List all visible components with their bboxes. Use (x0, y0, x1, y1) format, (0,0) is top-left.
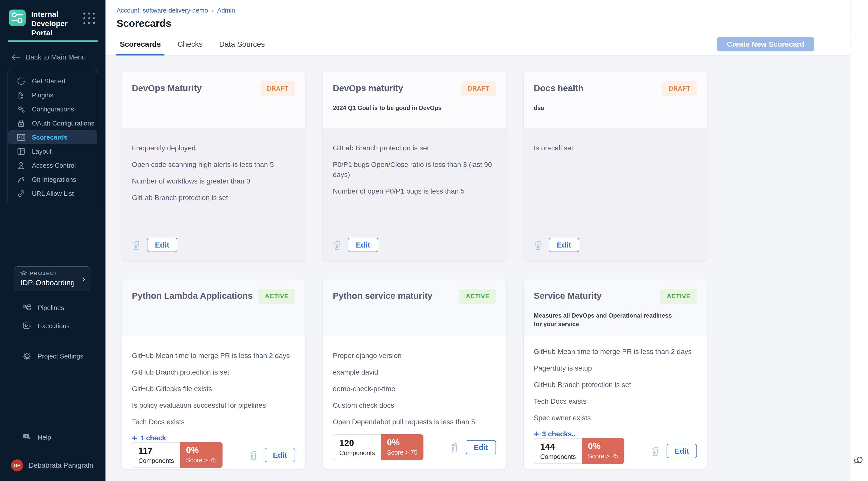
help-chat-icon: ? (21, 434, 33, 441)
sidebar-item-configurations[interactable]: Configurations (8, 102, 97, 116)
check-item: Custom check docs (333, 400, 496, 411)
sidebar-item-scorecards[interactable]: Scorecards (8, 130, 97, 145)
check-item: GitHub Branch protection is set (534, 380, 697, 390)
delete-scorecard-button[interactable] (249, 450, 258, 460)
avatar: DP (11, 459, 23, 472)
score-label: Score > 75 (588, 453, 619, 460)
svg-text:?: ? (25, 434, 27, 438)
status-badge: DRAFT (461, 81, 496, 96)
check-item: Proper django version (333, 351, 496, 361)
check-item: Spec owner exists (534, 413, 697, 423)
score-percent: 0% (387, 437, 418, 447)
components-label: Components (138, 457, 174, 464)
scorecard-icon (15, 134, 27, 141)
sidebar-item-help[interactable]: ? Help (7, 430, 98, 444)
tab-data-sources[interactable]: Data Sources (219, 33, 265, 56)
check-item: Number of open P0/P1 bugs is less than 5 (333, 186, 496, 196)
scorecard-stats: 144 Components 0% Score > 75 (534, 438, 624, 464)
check-item: Pagerduty is setup (534, 363, 697, 373)
scorecard-card-service-maturity: Service Maturity ACTIVE Measures all Dev… (524, 279, 707, 469)
sidebar-item-executions[interactable]: Executions (7, 319, 98, 333)
scorecard-card-docs-health: Docs health DRAFT dsa Is on-call set Edi… (524, 71, 707, 261)
edit-button[interactable]: Edit (265, 448, 295, 462)
sidebar-item-get-started[interactable]: Get Started (8, 74, 97, 88)
score-label: Score > 75 (186, 457, 217, 464)
project-selector[interactable]: PROJECT IDP-Onboarding › (14, 266, 90, 291)
check-item: GitHub Mean time to merge PR is less tha… (132, 351, 295, 361)
breadcrumb-account-link[interactable]: Account: software-delivery-demo (117, 7, 208, 14)
score-percent: 0% (588, 441, 619, 451)
tab-scorecards[interactable]: Scorecards (120, 33, 161, 56)
trash-icon (534, 240, 543, 250)
scorecard-stats: 117 Components 0% Score > 75 (132, 442, 222, 468)
person-icon (15, 161, 27, 169)
score-percent: 0% (186, 445, 217, 455)
more-checks-link[interactable]: + 1 check (132, 434, 295, 442)
check-item: demo-check-pr-time (333, 384, 496, 394)
edit-button[interactable]: Edit (147, 238, 177, 252)
create-new-scorecard-button[interactable]: Create New Scorecard (717, 37, 814, 52)
trash-icon (249, 450, 258, 460)
sidebar-item-git-integrations[interactable]: Git Integrations (8, 172, 97, 187)
breadcrumb-admin-link[interactable]: Admin (217, 7, 235, 14)
score-badge: 0% Score > 75 (582, 438, 625, 464)
score-badge: 0% Score > 75 (180, 442, 223, 468)
delete-scorecard-button[interactable] (534, 240, 543, 250)
delete-scorecard-button[interactable] (333, 240, 342, 250)
main-area: Account: software-delivery-demo › Admin … (105, 0, 868, 481)
edit-button[interactable]: Edit (348, 238, 378, 252)
sidebar-item-pipelines[interactable]: Pipelines (7, 301, 98, 315)
arrow-left-icon (11, 54, 20, 60)
user-name: Debabrata Panigrahi (29, 461, 93, 470)
tab-checks[interactable]: Checks (177, 33, 203, 56)
status-badge: ACTIVE (258, 289, 295, 304)
sidebar-item-oauth-configurations[interactable]: OAuth Configurations (8, 116, 97, 130)
back-to-main-menu[interactable]: Back to Main Menu (11, 53, 98, 61)
delete-scorecard-button[interactable] (651, 446, 660, 456)
delete-scorecard-button[interactable] (132, 240, 141, 250)
sidebar-item-plugins[interactable]: Plugins (8, 88, 97, 102)
page-title: Scorecards (117, 18, 850, 29)
components-count: 144 (540, 442, 576, 452)
status-badge: ACTIVE (660, 289, 697, 304)
scorecard-card-devops-maturity-2: DevOps maturity DRAFT 2024 Q1 Goal is to… (323, 71, 506, 261)
card-title: Service Maturity (534, 289, 601, 301)
edit-button[interactable]: Edit (549, 238, 579, 252)
card-description: dsa (534, 104, 684, 112)
sidebar-item-project-settings[interactable]: Project Settings (7, 349, 98, 363)
score-badge: 0% Score > 75 (381, 434, 424, 460)
logo-row: Internal Developer Portal (0, 0, 105, 37)
plus-icon: + (534, 430, 539, 438)
sidebar-item-url-allow-list[interactable]: URL Allow List (8, 187, 97, 200)
sidebar: Internal Developer Portal Back to Main M… (0, 0, 105, 481)
page-header: Account: software-delivery-demo › Admin … (105, 0, 850, 33)
trash-icon (651, 446, 660, 456)
sidebar-item-access-control[interactable]: Access Control (8, 158, 97, 172)
app-grid-icon[interactable] (83, 12, 95, 24)
trash-icon (450, 442, 459, 452)
check-item: P0/P1 bugs Open/Close ratio is less than… (333, 160, 496, 180)
card-title: DevOps maturity (333, 81, 403, 93)
lock-icon (15, 119, 27, 127)
check-item: Is policy evaluation successful for pipe… (132, 400, 295, 411)
card-title: Python Lambda Applications (132, 289, 253, 301)
check-item: Open Dependabot pull requests is less th… (333, 417, 496, 427)
check-item: Frequently deployed (132, 143, 295, 153)
right-rail (850, 0, 868, 481)
check-item: GitHub Gitleaks file exists (132, 384, 295, 394)
edit-button[interactable]: Edit (666, 444, 697, 458)
card-title: Python service maturity (333, 289, 433, 301)
compass-icon (15, 77, 27, 85)
delete-scorecard-button[interactable] (450, 442, 459, 452)
more-checks-link[interactable]: + 3 checks.. (534, 430, 697, 438)
sidebar-item-layout[interactable]: Layout (8, 145, 97, 158)
scorecards-content: DevOps Maturity DRAFT Frequently deploye… (105, 56, 850, 481)
check-item: GitLab Branch protection is set (132, 193, 295, 203)
app-title: Internal Developer Portal (31, 9, 84, 37)
edit-button[interactable]: Edit (466, 440, 496, 454)
components-label: Components (339, 449, 375, 457)
module-accent-divider (7, 40, 98, 42)
user-menu[interactable]: DP Debabrata Panigrahi (11, 459, 98, 481)
card-title: Docs health (534, 81, 583, 93)
support-chat-icon[interactable] (854, 454, 865, 466)
